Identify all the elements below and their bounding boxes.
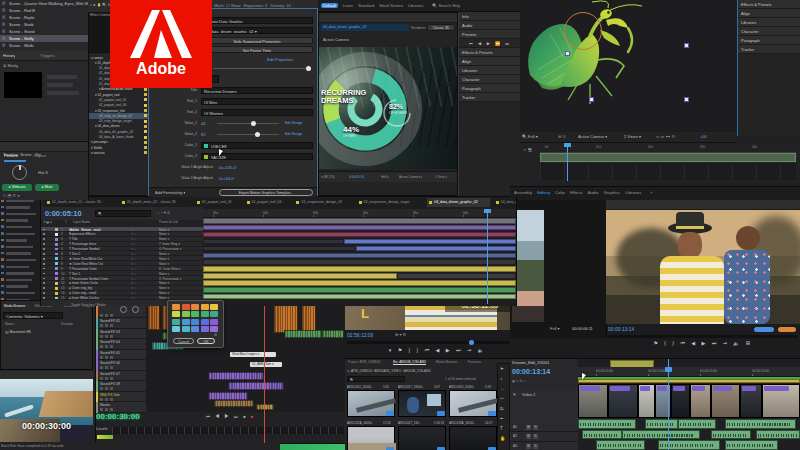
timeline-layer-bar[interactable] (397, 273, 516, 279)
edit-properties-link[interactable]: Edit Properties (267, 57, 293, 62)
mantis-view-select[interactable]: 2 Views ▾ (624, 134, 641, 139)
layer-parent-link[interactable]: None ▾ (159, 272, 201, 276)
solo-button[interactable] (105, 408, 108, 411)
timeline-layer-bar[interactable] (203, 280, 516, 286)
layer-visibility-toggle[interactable] (43, 238, 45, 240)
mute-button[interactable] (100, 408, 103, 411)
ae-comp-tab[interactable]: 04_data_driven_graphic_02 (427, 198, 490, 207)
edit-range-link[interactable]: Edit Range (285, 132, 302, 136)
layer-parent-link[interactable]: None ▾ (159, 237, 201, 241)
layer-switches[interactable]: ⚭ ⌁ (131, 267, 136, 271)
film-badge-icon[interactable] (437, 411, 445, 416)
layer-visibility-toggle[interactable] (43, 287, 45, 289)
column-name[interactable]: Name ↑ (5, 322, 16, 326)
audio-track-header[interactable]: Master (96, 402, 146, 413)
program-transport[interactable]: ⚑ { } ⏮ ◀ ▶ ⏭ ⇥ 🔈 ⊞ (606, 340, 800, 347)
ae-playhead-handle[interactable] (484, 209, 491, 213)
workspace-tab-small-screen[interactable]: Small Screen (379, 3, 403, 8)
audio-clip[interactable] (725, 440, 778, 450)
eg-field-value[interactable]: Of Men (201, 98, 313, 105)
mantis-track-bar[interactable] (540, 153, 796, 162)
layer-visibility-toggle[interactable] (43, 278, 45, 280)
audio-clip[interactable] (725, 419, 796, 429)
ae-comp-tab[interactable]: 02_puppet_tool_04 (245, 198, 291, 207)
layer-color-chip[interactable] (55, 253, 58, 256)
mute-button[interactable] (100, 324, 103, 327)
layer-visibility-toggle[interactable] (43, 258, 45, 260)
timeline-layer-bar[interactable] (203, 232, 516, 238)
color-swatch[interactable] (201, 319, 209, 325)
control-point[interactable] (685, 98, 688, 101)
audio-clip[interactable] (578, 419, 636, 429)
sticky-row[interactable]: ≣ Sticky (3, 63, 18, 68)
ae-timeline-ruler[interactable]: 01s02s03s04s05s06s (203, 209, 516, 218)
video-clip[interactable] (690, 384, 711, 418)
clip-thumbnail[interactable] (347, 426, 395, 450)
comp-camera-select[interactable]: Active Camera ▾ (399, 175, 422, 179)
set-poster-time-button[interactable]: Set Poster Time (201, 46, 313, 53)
color-swatch[interactable] (182, 304, 190, 310)
timeline-layer-bar[interactable] (203, 239, 344, 245)
panel-effects-presets[interactable]: Effects & Presets (738, 0, 800, 9)
tool-0[interactable]: ➤ (500, 366, 504, 371)
source-transport[interactable]: ▾ ⚑ { } ⏮ ◀ ▶ ⏭ ⇥ 🔈 (345, 347, 530, 354)
color-swatch[interactable] (172, 326, 180, 332)
mantis-zoom-select[interactable]: 🔍 Full ▾ (522, 134, 538, 139)
tab-layout[interactable]: Layout (34, 153, 46, 158)
layer-parent-link[interactable]: None ▾ (159, 252, 201, 256)
timeline-layer-bar[interactable] (203, 253, 516, 259)
mute-button[interactable] (100, 366, 103, 369)
layer-visibility-toggle[interactable] (43, 297, 45, 299)
eg-field-value[interactable]: 9AC32E (201, 153, 313, 160)
layer-color-chip[interactable] (55, 233, 58, 236)
workspace-tab-standard[interactable]: Standard (358, 3, 374, 8)
timeline-playhead[interactable] (668, 359, 669, 450)
workspace-tab-learn[interactable]: Learn (343, 3, 353, 8)
comp-zoom-select[interactable]: ▾ (86.2%) (321, 175, 335, 179)
project-tree-item[interactable]: ▾ sources (89, 150, 149, 155)
record-arm-button[interactable] (110, 398, 113, 401)
bin-clip-item[interactable]: A85C0011_16050..5:05 (347, 385, 395, 419)
panel-tracker[interactable]: Tracker (738, 45, 800, 54)
color-swatch[interactable] (204, 144, 208, 148)
layer-switches[interactable]: ⚭ ⌁ (131, 242, 136, 246)
layer-visibility-toggle[interactable] (43, 268, 45, 270)
source-zoom-bar[interactable] (347, 341, 528, 344)
audio-clip[interactable] (756, 430, 800, 440)
cancel-button[interactable]: Cancel (173, 338, 194, 344)
pr-workspace-tab-audio[interactable]: Audio (588, 190, 599, 195)
color-swatch[interactable] (204, 155, 208, 159)
panel-tracker[interactable]: Tracker (459, 93, 521, 102)
ae-comp-tab[interactable]: 04_data_driven_lower_third (494, 198, 516, 207)
layer-visibility-toggle[interactable] (43, 243, 45, 245)
panel-paragraph[interactable]: Paragraph (738, 36, 800, 45)
pr-workspace-tab-assembly[interactable]: Assembly (514, 190, 532, 195)
panel-preview[interactable]: Preview (459, 30, 521, 39)
eg-slider-handle[interactable] (255, 132, 260, 137)
timeline-ruler[interactable]: 00:00:05:0000:00:10:0000:00:15:0000:00:2… (578, 367, 800, 377)
layer-visibility-toggle[interactable] (43, 253, 45, 255)
layer-visibility-toggle[interactable] (43, 282, 45, 284)
control-point[interactable] (590, 98, 593, 101)
ae-comp-tab[interactable]: 03_responsive_design_target (357, 198, 424, 207)
record-arm-button[interactable] (110, 366, 113, 369)
eg-master-dropdown[interactable]: 04_data_driven_graphic_02 ▾ (201, 27, 313, 34)
tool-1[interactable]: ⌖ (500, 376, 503, 381)
color-swatch[interactable] (172, 304, 180, 310)
ok-button[interactable]: OK (197, 338, 215, 344)
color-swatch[interactable] (182, 326, 190, 332)
audio-track-header[interactable]: Sound FX 04 (96, 339, 146, 350)
mute-badge[interactable]: ● Mute (35, 184, 59, 191)
audition-playhead[interactable] (264, 300, 265, 443)
layer-parent-link[interactable]: None ▾ (159, 232, 201, 236)
record-arm-button[interactable] (110, 345, 113, 348)
layer-parent-link[interactable]: 4. Percentage ▾ (159, 247, 201, 251)
eg-slider-handle[interactable] (251, 121, 256, 126)
bin-clip-item[interactable]: A85C0027_160..1:50:13 (398, 421, 446, 450)
ae-comp-tab[interactable]: 02_puppet_tool_01 (195, 198, 241, 207)
timeline-layer-bar[interactable] (203, 287, 516, 293)
record-arm-button[interactable] (110, 314, 113, 317)
audio-clip[interactable] (256, 404, 274, 410)
scene-item[interactable]: ▥Scene - Stelly (0, 35, 88, 42)
solo-chip[interactable]: S (533, 434, 538, 439)
